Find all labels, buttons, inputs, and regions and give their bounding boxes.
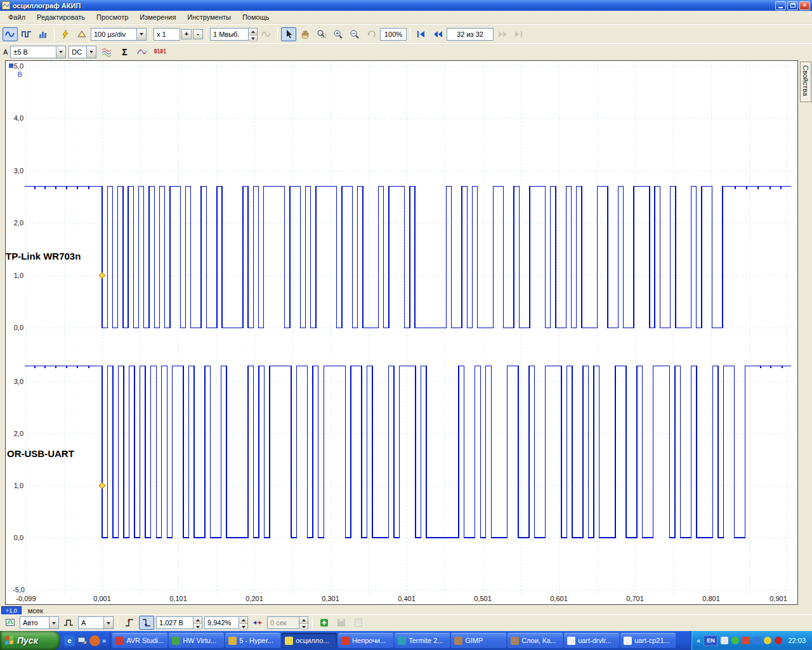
menu-item-view[interactable]: Просмотр [91,11,134,23]
smoothing-button[interactable] [134,45,150,59]
menu-item-help[interactable]: Помощь [237,11,275,23]
spinner-down-icon[interactable] [299,623,308,630]
scope-display[interactable]: 5,0 В 4,0 3,0 2,0 1,0 0,0 3,0 2,0 1,0 0,… [5,60,798,605]
holdoff-value: 0 сек [267,616,299,629]
menu-item-measurements[interactable]: Измерения [134,11,181,23]
pulse-trigger-button[interactable] [61,616,76,630]
skip-first-icon [417,30,426,38]
spinner-up-icon[interactable] [299,617,308,623]
channel-range-select[interactable]: ±5 В [10,46,66,58]
y-axis-label: 4,0 [14,114,23,122]
chevron-down-icon[interactable] [86,46,96,58]
close-button[interactable]: × [799,1,810,10]
traces-overlay-button[interactable] [99,45,114,59]
horizontal-scale-field[interactable]: x 1 [154,28,180,41]
network-icon[interactable] [753,637,761,644]
maximize-button[interactable] [787,1,798,10]
taskbar-task-button[interactable]: uart-cp21... [620,633,676,648]
update-icon[interactable] [742,637,750,644]
taskbar-task-button-active[interactable]: осцилло... [282,633,337,648]
menu-bar: Файл Редактировать Просмотр Измерения Ин… [0,11,812,24]
menu-item-file[interactable]: Файл [3,11,31,23]
taskbar-task-button[interactable]: uart-drvlr... [564,633,619,648]
trigger-level-spinner[interactable]: 1,027 В [156,616,202,629]
taskbar-task-button[interactable]: 5 - Hyper... [225,633,280,648]
taskbar-task-button[interactable]: Слои, Ка... [508,633,563,648]
holdoff-spinner[interactable]: 0 сек [267,616,308,629]
pan-tool-button[interactable] [298,27,313,41]
minimize-button[interactable] [775,1,786,10]
trigger-level-marker[interactable] [99,482,105,489]
next-page-button[interactable] [495,27,510,41]
probe-calibration-button[interactable] [74,27,89,41]
previous-page-button[interactable] [430,27,445,41]
cursor-arrow-icon [284,29,294,39]
hysteresis-spinner[interactable]: 9,942% [204,616,248,629]
auto-setup-button[interactable] [58,27,73,41]
stream-button[interactable] [259,27,274,41]
falling-edge-button[interactable] [139,616,154,630]
volume-icon[interactable] [775,637,782,644]
scale-decrease-button[interactable]: - [193,29,203,39]
clock[interactable]: 22:03 [788,637,806,644]
menu-item-edit[interactable]: Редактировать [31,11,91,23]
smooth-curve-icon [137,47,147,57]
language-indicator[interactable]: EN [704,635,717,646]
toolbar-separator [206,28,207,41]
coupling-select[interactable]: DC [69,46,96,58]
usb-device-icon[interactable] [721,637,728,644]
first-page-button[interactable] [414,27,429,41]
taskbar-task-button[interactable]: HW Virtu... [169,633,224,648]
spinner-down-icon[interactable] [193,623,202,630]
spinner-down-icon[interactable] [239,623,247,630]
menu-item-tools[interactable]: Инструменты [181,11,237,23]
zoom-out-button[interactable] [347,27,362,41]
save-measurement-button[interactable] [334,616,349,630]
spectrum-view-button[interactable] [36,27,51,41]
math-sum-button[interactable]: Σ [117,45,132,59]
zoom-in-button[interactable] [331,27,346,41]
tray-collapse-chevron[interactable]: « [697,637,700,644]
export-button[interactable] [351,616,366,630]
sample-count-spinner[interactable]: 1 Мвыб. [210,28,258,41]
taskbar-task-button[interactable]: GIMP [451,633,506,648]
chevron-down-icon[interactable] [49,617,58,628]
chevron-down-icon[interactable] [56,46,65,58]
spinner-up-icon[interactable] [239,617,247,623]
zoom-percent-field[interactable]: 100% [380,28,407,41]
taskbar-task-button[interactable]: Непрочи... [338,633,393,648]
digital-decode-button[interactable]: 0101 [152,45,167,59]
quick-launch-overflow-chevron[interactable]: » [102,637,106,644]
spinner-up-icon[interactable] [249,29,257,35]
timebase-select[interactable]: 100 µs/div [91,28,147,41]
taskbar-task-button[interactable]: AVR Studi... [112,633,167,648]
undo-zoom-button[interactable] [363,27,379,41]
show-desktop-icon[interactable] [77,635,88,646]
scale-increase-button[interactable]: + [181,29,192,39]
select-tool-button[interactable] [281,27,296,41]
add-measurement-button[interactable] [317,616,332,630]
internet-explorer-icon[interactable]: e [64,635,75,646]
trigger-source-select[interactable]: A [78,616,114,629]
spinner-up-icon[interactable] [193,617,202,623]
rising-edge-button[interactable] [122,616,137,630]
spinner-down-icon[interactable] [249,35,257,42]
trigger-position-button[interactable] [250,616,265,630]
scope-view-button[interactable] [3,27,18,41]
taskbar-task-button[interactable]: Termite 2... [395,633,450,648]
trigger-settings-button[interactable] [3,616,18,630]
chevron-down-icon[interactable] [136,29,146,40]
media-player-icon[interactable] [89,635,100,646]
antivirus-icon[interactable] [731,637,739,644]
properties-tab[interactable]: Свойства [800,62,811,102]
logic-view-button[interactable] [19,27,34,41]
start-button[interactable]: Пуск [0,631,60,650]
x-axis-unit: мсек [28,607,43,614]
trigger-level-marker[interactable] [99,272,105,279]
trigger-mode-select[interactable]: Авто [20,616,59,629]
messenger-icon[interactable] [764,637,771,644]
last-page-button[interactable] [511,27,527,41]
chevron-down-icon[interactable] [103,617,113,628]
zoom-region-button[interactable] [314,27,329,41]
scope-plot[interactable]: 5,0 В 4,0 3,0 2,0 1,0 0,0 3,0 2,0 1,0 0,… [6,61,797,595]
